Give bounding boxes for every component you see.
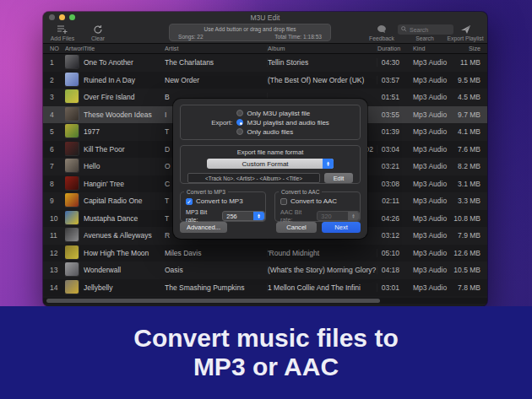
song-artist: New Order bbox=[165, 76, 268, 84]
convert-mp3-checkbox-row[interactable]: ✓ Convert to MP3 bbox=[186, 197, 265, 205]
export-radio-list: Only M3U playlist fileM3U playlist and a… bbox=[236, 109, 328, 137]
song-duration: 03:04 bbox=[377, 145, 406, 154]
advanced-button[interactable]: Advanced... bbox=[180, 222, 227, 233]
song-title: How High The Moon bbox=[84, 249, 165, 257]
column-header-title[interactable]: Title bbox=[84, 45, 165, 52]
song-duration: 03:55 bbox=[377, 111, 406, 119]
song-duration: 03:12 bbox=[377, 231, 406, 240]
song-album: 1 Mellon Collie And The Infini bbox=[268, 283, 377, 292]
song-number: 13 bbox=[50, 266, 65, 274]
format-select[interactable]: Custom Format ▲▼ bbox=[207, 159, 334, 169]
table-row[interactable]: 2Ruined In A DayNew Order(The Best Of) N… bbox=[43, 72, 487, 89]
column-header-size[interactable]: Size bbox=[452, 45, 480, 52]
clear-label: Clear bbox=[91, 35, 105, 41]
song-size: 9.5 MB bbox=[452, 76, 480, 84]
feedback-label: Feedback bbox=[369, 35, 394, 41]
song-number: 6 bbox=[50, 145, 65, 154]
song-size: 11 MB bbox=[452, 58, 480, 67]
table-row[interactable]: 1One To AnotherThe CharlatansTellin Stor… bbox=[43, 54, 487, 72]
album-artwork bbox=[65, 262, 79, 276]
song-duration: 05:10 bbox=[377, 249, 406, 257]
magnifier-icon bbox=[401, 26, 407, 33]
banner-line1: Convert music files to bbox=[133, 324, 398, 353]
aac-checkbox[interactable] bbox=[280, 198, 287, 205]
album-artwork bbox=[65, 107, 79, 121]
export-options-group: Export: Only M3U playlist fileM3U playli… bbox=[180, 105, 361, 140]
next-button[interactable]: Next bbox=[322, 222, 361, 233]
artwork-cell bbox=[65, 211, 84, 226]
clear-button[interactable]: Clear bbox=[87, 24, 109, 41]
song-number: 5 bbox=[50, 127, 65, 136]
song-duration: 03:08 bbox=[377, 180, 406, 188]
artwork-cell bbox=[65, 159, 84, 174]
horizontal-scrollbar[interactable] bbox=[43, 298, 487, 304]
column-header-kind[interactable]: Kind bbox=[406, 45, 452, 52]
mp3-checkbox[interactable]: ✓ bbox=[186, 198, 193, 205]
song-kind: Mp3 Audio bbox=[406, 127, 452, 136]
total-time: Total Time: 1:18:53 bbox=[274, 34, 322, 40]
album-artwork bbox=[65, 159, 79, 172]
artwork-cell bbox=[65, 107, 84, 122]
song-kind: Mp3 Audio bbox=[406, 76, 452, 84]
format-pattern-field[interactable]: <Track No>. <Artist> - <Album> - <Title> bbox=[187, 173, 320, 183]
column-header-artist[interactable]: Artist bbox=[165, 45, 268, 52]
song-duration: 03:21 bbox=[377, 162, 406, 170]
mp3-bitrate-value: 256 bbox=[226, 213, 236, 220]
window-title: M3U Edit bbox=[43, 13, 487, 22]
scrollbar-thumb[interactable] bbox=[46, 299, 380, 303]
artwork-cell bbox=[65, 245, 84, 261]
artwork-cell bbox=[65, 142, 84, 157]
table-row[interactable]: 12How High The MoonMiles Davis'Round Mid… bbox=[43, 245, 487, 262]
song-duration: 04:30 bbox=[377, 58, 406, 67]
export-radio-option[interactable]: Only audio files bbox=[236, 127, 328, 137]
song-duration: 04:26 bbox=[377, 214, 406, 223]
song-size: 4.5 MB bbox=[452, 93, 480, 101]
export-playlist-button[interactable]: Export Playlist bbox=[447, 24, 484, 41]
artwork-cell bbox=[65, 73, 84, 88]
search-input[interactable]: Search bbox=[398, 24, 453, 35]
aac-bitrate-select[interactable]: 320 ▲▼ bbox=[317, 211, 360, 221]
export-playlist-label: Export Playlist bbox=[447, 35, 483, 41]
radio-label: M3U playlist and audio files bbox=[247, 119, 328, 127]
song-size: 3.1 MB bbox=[452, 180, 480, 188]
edit-button[interactable]: Edit bbox=[324, 173, 353, 183]
add-files-button[interactable]: Add Files bbox=[48, 24, 77, 41]
search-placeholder: Search bbox=[410, 27, 428, 33]
column-header-album[interactable]: Album bbox=[268, 45, 377, 52]
song-size: 7.9 MB bbox=[452, 231, 480, 240]
song-album: 'Round Midnight bbox=[268, 249, 377, 257]
export-radio-option[interactable]: Only M3U playlist file bbox=[236, 109, 328, 118]
song-duration: 01:51 bbox=[377, 93, 406, 101]
export-dialog: Export: Only M3U playlist fileM3U playli… bbox=[173, 99, 367, 239]
column-header-duration[interactable]: Duration bbox=[377, 45, 406, 52]
cancel-button[interactable]: Cancel bbox=[276, 222, 317, 233]
aac-bitrate-value: 320 bbox=[321, 213, 331, 220]
column-header-artwork[interactable]: Artwork bbox=[65, 45, 84, 52]
song-kind: Mp3 Audio bbox=[406, 197, 452, 205]
song-kind: Mp3 Audio bbox=[406, 180, 452, 188]
radio-label: Only M3U playlist file bbox=[247, 110, 310, 117]
song-number: 10 bbox=[50, 214, 65, 223]
song-title: Wonderwall bbox=[84, 266, 165, 274]
column-header-no[interactable]: NO bbox=[50, 45, 65, 52]
table-row[interactable]: 14JellybellyThe Smashing Pumpkins1 Mello… bbox=[43, 279, 487, 297]
aac-group-title: Convert to AAC bbox=[279, 189, 322, 195]
convert-aac-checkbox-row[interactable]: Convert to AAC bbox=[280, 197, 360, 205]
table-row[interactable]: 13WonderwallOasis(What's the Story) Morn… bbox=[43, 262, 487, 279]
aac-checkbox-label: Convert to AAC bbox=[290, 197, 337, 205]
song-title: Over Fire Island bbox=[84, 93, 165, 101]
song-number: 12 bbox=[50, 249, 65, 257]
song-number: 4 bbox=[50, 111, 65, 119]
mp3-bitrate-select[interactable]: 256 ▲▼ bbox=[222, 211, 265, 221]
feedback-button[interactable]: Feedback bbox=[367, 24, 396, 41]
album-artwork bbox=[65, 211, 79, 224]
export-radio-option[interactable]: M3U playlist and audio files bbox=[236, 118, 328, 127]
speech-bubble-icon bbox=[367, 24, 396, 35]
song-kind: Mp3 Audio bbox=[406, 266, 452, 274]
info-hint-text: Use Add button or drag and drop files bbox=[178, 26, 322, 32]
artwork-cell bbox=[65, 228, 84, 243]
song-kind: Mp3 Audio bbox=[406, 231, 452, 240]
song-number: 1 bbox=[50, 58, 65, 67]
song-album: (The Best Of) New Order (UK) bbox=[268, 76, 377, 84]
paper-plane-icon bbox=[447, 24, 484, 35]
